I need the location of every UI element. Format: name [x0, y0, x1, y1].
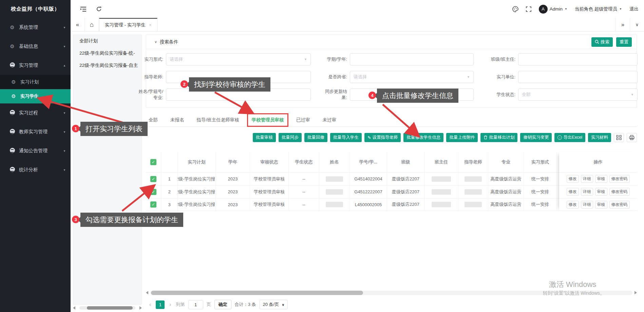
- header-cell-audit: 审核状态: [250, 152, 289, 172]
- sidebar-item-基础信息[interactable]: ⚙基础信息▼: [0, 37, 71, 56]
- scroll-track[interactable]: [79, 306, 135, 310]
- sidebar-item-实习管理[interactable]: 实习管理▲: [0, 56, 71, 75]
- scroll-thumb[interactable]: [87, 306, 133, 310]
- avatar: A: [539, 5, 548, 14]
- sidebar-item-教师实习管理[interactable]: 教师实习管理▼: [0, 122, 71, 141]
- collapse-menu-icon[interactable]: [80, 6, 87, 12]
- sidebar-item-系统管理[interactable]: ⚙系统管理▼: [0, 18, 71, 37]
- row-action-修改密码[interactable]: 修改密码: [609, 175, 630, 183]
- toolbar-button-实习材料[interactable]: 实习材料: [588, 133, 611, 142]
- row-checkbox[interactable]: ✓: [150, 201, 156, 208]
- windows-watermark-line1: 激活 Windows: [549, 279, 596, 290]
- goto-confirm-button[interactable]: 确定: [214, 300, 231, 309]
- logout-button[interactable]: 退出: [629, 6, 639, 12]
- scroll-right-icon[interactable]: [139, 306, 142, 310]
- row-action-详细[interactable]: 详细: [581, 188, 593, 196]
- row-action-修改[interactable]: 修改: [567, 201, 579, 209]
- cell-class: 星级饭店2207: [387, 186, 424, 198]
- scroll-left-icon[interactable]: [146, 291, 148, 294]
- list-icon: [9, 110, 16, 116]
- columns-icon-button[interactable]: [614, 133, 624, 142]
- row-action-详细[interactable]: 详细: [581, 201, 593, 209]
- goto-page-input[interactable]: 1: [188, 300, 203, 309]
- button-label: 实习材料: [591, 135, 608, 140]
- plan-item[interactable]: 22级-学生岗位实习报备-统-: [73, 47, 141, 59]
- chevron-down-icon: ▼: [63, 150, 66, 153]
- search-actions: 搜索 重置: [591, 37, 632, 47]
- button-label: 批量上传附件: [449, 135, 475, 140]
- user-menu[interactable]: A Admin ▼: [539, 5, 567, 14]
- toolbar-button-批量回撤[interactable]: 批量回撤: [304, 133, 327, 142]
- fullscreen-icon[interactable]: [526, 6, 531, 12]
- status-tab-指导/班主任老师审核[interactable]: 指导/班主任老师审核: [196, 117, 240, 126]
- row-checkbox[interactable]: ✓: [150, 189, 156, 195]
- tabs-scroll-left-icon[interactable]: «: [71, 18, 85, 31]
- field-input[interactable]: [518, 53, 638, 65]
- cell-major: 高星级饭店运营: [488, 173, 524, 185]
- row-action-详细[interactable]: 详细: [581, 175, 593, 183]
- print-icon-button[interactable]: [627, 133, 637, 142]
- status-tab-学校管理员审核[interactable]: 学校管理员审核: [251, 117, 285, 126]
- toolbar-button-设置指导老师[interactable]: ✎设置指导老师: [364, 133, 401, 142]
- row-action-修改密码[interactable]: 修改密码: [609, 188, 630, 196]
- field-select[interactable]: 请选择▼: [166, 53, 311, 65]
- toolbar-button-批量修改学生信息[interactable]: 批量修改学生信息: [403, 133, 443, 142]
- current-page-button[interactable]: 1: [156, 300, 165, 309]
- scroll-left-icon[interactable]: [73, 306, 75, 310]
- field-input[interactable]: [518, 71, 638, 83]
- field-input[interactable]: [350, 53, 474, 65]
- page-size-select[interactable]: 20 条/页∨: [260, 300, 288, 309]
- refresh-icon[interactable]: [96, 6, 102, 12]
- select-all-checkbox[interactable]: ✓: [150, 159, 156, 165]
- status-tab-未过审[interactable]: 未过审: [322, 117, 337, 126]
- sidebar-item-实习计划[interactable]: ⚙实习计划: [0, 75, 71, 89]
- toolbar-button-批量导入学生[interactable]: 批量导入学生: [330, 133, 362, 142]
- redacted-text: [432, 189, 451, 195]
- tabs-menu-icon[interactable]: ∨: [630, 18, 644, 31]
- prev-page-icon[interactable]: ‹: [148, 301, 152, 308]
- sidebar-item-统计分析[interactable]: 统计分析▼: [0, 160, 71, 179]
- field-select[interactable]: 请选择▼: [350, 71, 474, 83]
- search-button[interactable]: 搜索: [591, 37, 613, 47]
- cell-index: 3: [161, 198, 178, 211]
- tabbar-right: » ∨: [615, 18, 644, 31]
- home-icon[interactable]: ⌂: [85, 18, 99, 31]
- row-action-修改密码[interactable]: 修改密码: [609, 201, 630, 209]
- row-action-修改[interactable]: 修改: [567, 175, 579, 183]
- next-page-icon[interactable]: ›: [168, 301, 172, 308]
- status-tab-全部[interactable]: 全部: [148, 117, 158, 126]
- toolbar-button-批量审核[interactable]: 批量审核: [253, 133, 276, 142]
- sidebar-item-通知公告管理[interactable]: 通知公告管理▼: [0, 141, 71, 160]
- plan-item-all[interactable]: 全部计划: [73, 35, 141, 47]
- sidebar-item-实习过程[interactable]: 实习过程▼: [0, 103, 71, 122]
- tabs-scroll-right-icon[interactable]: »: [615, 18, 630, 31]
- row-action-审核[interactable]: 审核: [595, 175, 607, 183]
- toolbar-button-撤销实习变更[interactable]: 撤销实习变更: [520, 133, 552, 142]
- plan-panel-scrollbar[interactable]: [73, 306, 142, 310]
- status-tab-未报名[interactable]: 未报名: [170, 117, 185, 126]
- collapse-search-icon[interactable]: ∨: [154, 40, 157, 44]
- plan-item[interactable]: 22级-学生岗位实习报备-自主: [73, 59, 141, 72]
- status-tab-已过审[interactable]: 已过审: [296, 117, 311, 126]
- toolbar-button-批量移出计划[interactable]: 批量移出计划: [480, 133, 517, 142]
- toolbar-button-导出Excel[interactable]: ↓导出Excel: [554, 133, 585, 142]
- sidebar-item-label: 系统管理: [19, 24, 38, 31]
- field-label: 学期/学年:: [320, 56, 347, 62]
- close-tab-icon[interactable]: ×: [149, 22, 152, 27]
- row-action-修改[interactable]: 修改: [567, 188, 579, 196]
- cell-head_teacher: [424, 186, 458, 198]
- scroll-right-icon[interactable]: [634, 291, 637, 294]
- row-action-审核[interactable]: 审核: [595, 188, 607, 196]
- field-select[interactable]: 全部▼: [518, 89, 638, 101]
- sidebar-item-实习学生[interactable]: ⚙实习学生: [0, 89, 71, 103]
- theme-palette-icon[interactable]: [512, 6, 518, 12]
- scroll-thumb[interactable]: [151, 291, 363, 295]
- row-checkbox[interactable]: ✓: [150, 176, 156, 182]
- list-icon: [9, 167, 16, 173]
- row-action-审核[interactable]: 审核: [595, 201, 607, 209]
- reset-button[interactable]: 重置: [616, 37, 632, 47]
- toolbar-button-批量同步[interactable]: 批量同步: [279, 133, 302, 142]
- role-switcher[interactable]: 当前角色 超级管理员 ▼: [575, 6, 622, 12]
- toolbar-button-批量上传附件[interactable]: 批量上传附件: [446, 133, 478, 142]
- page-tab-active[interactable]: 实习管理 - 实习学生 ×: [99, 18, 157, 31]
